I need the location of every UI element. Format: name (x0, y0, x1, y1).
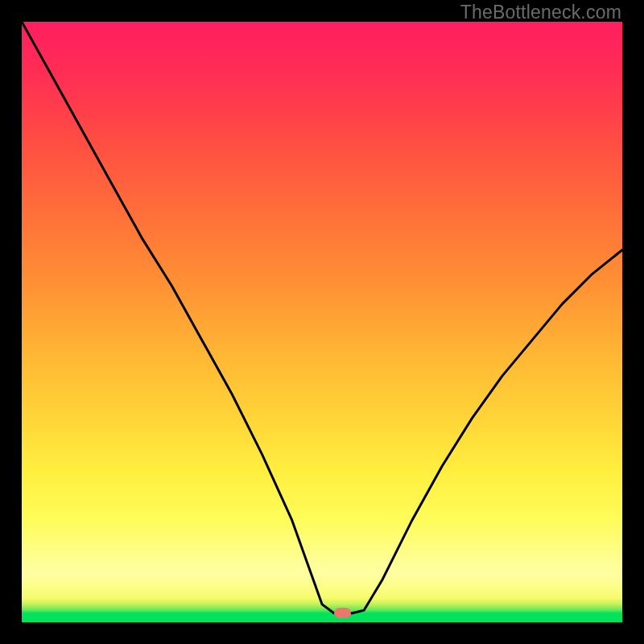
bottleneck-curve (22, 22, 622, 622)
watermark-text: TheBottleneck.com (460, 2, 621, 23)
chart-frame: TheBottleneck.com (0, 0, 644, 644)
optimal-point-marker (334, 608, 351, 618)
plot-area (22, 22, 622, 622)
